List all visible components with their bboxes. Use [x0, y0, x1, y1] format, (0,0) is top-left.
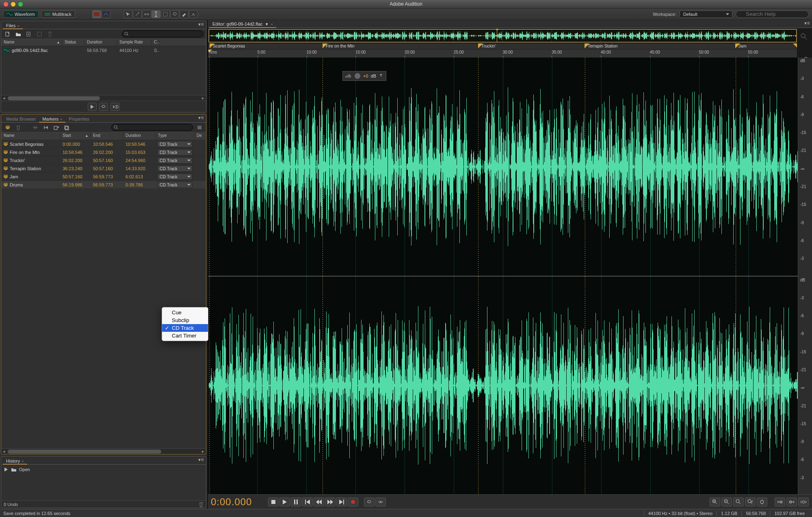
dropdown-item[interactable]: CD Track [162, 324, 208, 332]
delete-marker-icon[interactable] [14, 124, 22, 131]
skip-selection-button[interactable] [375, 498, 386, 506]
marker-type-select[interactable]: CD Track [157, 165, 193, 172]
marker-row[interactable]: Jam50:57.16056:59.7736:02.613CD Track [1, 172, 206, 180]
panel-menu-icon[interactable]: ▾≡ [804, 21, 810, 26]
spectral-pitch-toggle[interactable] [102, 10, 110, 18]
marker-row[interactable]: Terrapin Station36:23.24050:57.16014:33.… [1, 164, 206, 172]
markers-columns-header[interactable]: Name Start ▴ End Duration Type De [1, 132, 206, 140]
zoom-window-button[interactable] [18, 2, 23, 6]
dropdown-item[interactable]: Cart Timer [162, 332, 208, 340]
tool-spot-healing[interactable] [189, 10, 198, 18]
pause-button[interactable] [291, 498, 301, 506]
add-marker-icon[interactable] [4, 124, 12, 131]
zoom-full-icon[interactable] [733, 498, 744, 506]
markers-tab[interactable]: Markers× [39, 116, 65, 122]
marker-row[interactable]: Drums56:19.98656:59.7730:39.786CD Track [1, 180, 206, 188]
zoom-full-icon[interactable] [800, 33, 808, 40]
timeline-marker[interactable]: Scarlet Begonias [210, 43, 245, 48]
new-file-icon[interactable] [4, 30, 12, 38]
waveform-left-channel[interactable]: +0dB L [208, 58, 798, 276]
tool-move[interactable] [123, 10, 132, 18]
svg-point-23 [351, 500, 355, 504]
dropdown-item[interactable]: Subclip [162, 316, 208, 324]
files-tab[interactable]: Files× [3, 22, 23, 29]
pin-icon[interactable] [379, 74, 383, 78]
go-to-end-button[interactable] [336, 498, 347, 506]
marker-row[interactable]: Scarlet Begonias0:00.00010:58.54610:58.5… [1, 140, 206, 148]
search-help-input[interactable] [736, 11, 809, 18]
history-item[interactable]: Open [4, 466, 204, 473]
volume-hud[interactable]: +0dB [342, 71, 386, 81]
preview-play-button[interactable] [88, 103, 97, 111]
files-scrollbar[interactable]: ◂▸ [1, 95, 206, 101]
marker-track[interactable]: Scarlet BegoniasFire on the MtnTruckin'T… [208, 43, 797, 50]
zoom-out-point-icon[interactable] [786, 498, 797, 506]
history-tab[interactable]: History× [3, 458, 27, 464]
marker-insert-multitrack-icon[interactable] [63, 124, 71, 131]
tool-marquee[interactable] [161, 10, 170, 18]
zoom-to-selection-icon[interactable] [798, 498, 809, 506]
editor-tab[interactable]: Editor: gd90-09-14d2.flac ▾ × [209, 21, 276, 28]
tool-brush[interactable] [180, 10, 188, 18]
markers-settings-icon[interactable] [195, 124, 204, 131]
zoom-selection-icon[interactable] [745, 498, 756, 506]
open-file-icon[interactable] [14, 30, 22, 38]
zoom-out-icon[interactable] [721, 498, 732, 506]
volume-knob[interactable] [354, 73, 361, 79]
tool-lasso[interactable] [170, 10, 179, 18]
marker-insert-icon[interactable] [31, 124, 39, 131]
waveform-right-channel[interactable]: R [208, 277, 798, 495]
zoom-in-icon[interactable] [710, 498, 720, 506]
import-file-icon[interactable] [25, 30, 33, 38]
timeline-marker[interactable]: Jam [735, 43, 747, 48]
preview-loop-button[interactable] [99, 103, 108, 111]
marker-type-select[interactable]: CD Track [157, 157, 193, 164]
zoom-in-point-icon[interactable] [775, 498, 785, 506]
zoom-in-vertical-icon[interactable] [757, 498, 767, 506]
panel-menu-icon[interactable]: ▾≡ [198, 115, 204, 121]
marker-export-icon[interactable] [52, 124, 61, 131]
panel-menu-icon[interactable]: ▾≡ [198, 457, 204, 463]
marker-row[interactable]: Fire on the Mtn10:58.54626:02.20015:03.6… [1, 148, 206, 156]
file-row[interactable]: gd90-09-14d2.flac 56:59.768 44100 Hz S [1, 46, 206, 54]
tool-slip[interactable] [142, 10, 151, 18]
markers-filter-input[interactable] [111, 124, 193, 131]
marker-type-select[interactable]: CD Track [157, 141, 193, 147]
preview-autoplay-button[interactable] [110, 103, 119, 111]
record-button[interactable] [348, 498, 358, 506]
timeline-marker[interactable]: Fire on the Mtn [323, 43, 355, 48]
files-columns-header[interactable]: Name ▴ Status Duration Sample Rate C [1, 39, 206, 46]
waveform-mode-button[interactable]: Waveform [3, 11, 39, 18]
marker-merge-icon[interactable] [42, 124, 50, 131]
fast-forward-button[interactable] [325, 498, 336, 506]
properties-tab[interactable]: Properties [65, 116, 92, 122]
markers-scrollbar[interactable]: ◂▸ [1, 448, 206, 454]
minimize-window-button[interactable] [11, 2, 15, 6]
close-window-button[interactable] [4, 2, 8, 6]
tool-time-selection[interactable] [152, 10, 160, 18]
loop-button[interactable] [364, 498, 375, 506]
time-ruler[interactable]: hms 5:0010:0015:0020:0025:0030:0035:0040… [208, 50, 797, 58]
dropdown-item[interactable]: Cue [162, 309, 208, 316]
status-format: 44100 Hz • 32-bit (float) • Stereo [644, 511, 717, 516]
stop-button[interactable] [268, 498, 279, 506]
workspace-select[interactable]: Default [680, 11, 732, 18]
play-button[interactable] [279, 498, 290, 506]
multitrack-mode-button[interactable]: Multitrack [41, 11, 75, 18]
go-to-start-button[interactable] [302, 498, 313, 506]
trash-icon[interactable] [199, 502, 204, 507]
tool-razor[interactable] [133, 10, 142, 18]
rewind-button[interactable] [314, 498, 324, 506]
time-display[interactable]: 0:00.000 [211, 496, 252, 508]
spectral-frequency-toggle[interactable] [92, 10, 101, 18]
marker-row[interactable]: Truckin'26:02.20050:57.16024:54.960CD Tr… [1, 156, 206, 164]
marker-type-select[interactable]: CD Track [157, 182, 193, 188]
overview-waveform[interactable] [208, 29, 797, 43]
marker-type-select[interactable]: CD Track [157, 149, 193, 156]
media-browser-tab[interactable]: Media Browser [3, 116, 39, 122]
timeline-marker[interactable]: Truckin' [478, 43, 496, 48]
panel-menu-icon[interactable]: ▾≡ [198, 22, 204, 28]
marker-type-select[interactable]: CD Track [157, 173, 193, 180]
files-filter-input[interactable] [122, 30, 204, 37]
timeline-marker[interactable]: Terrapin Station [585, 43, 618, 48]
